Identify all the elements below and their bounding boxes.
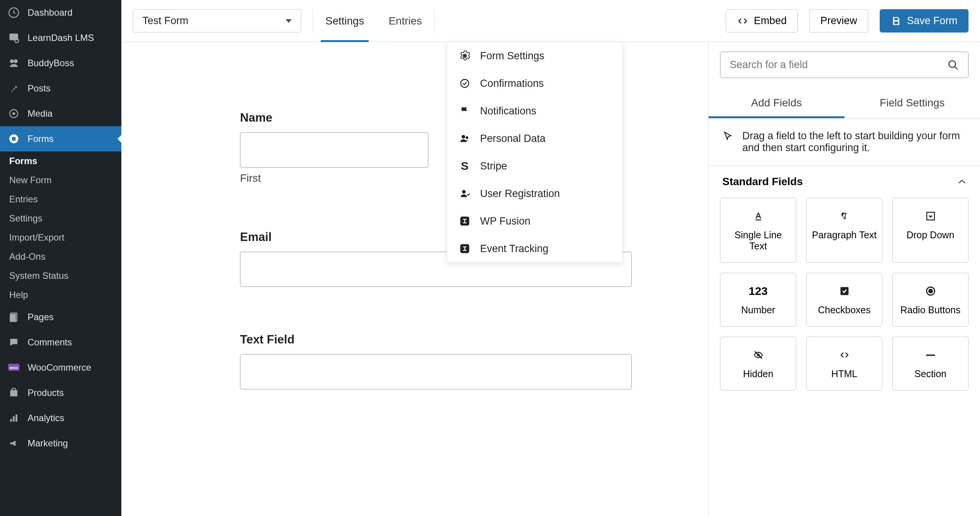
- sidebar-item-analytics[interactable]: Analytics: [0, 405, 121, 431]
- dropdown-item-label: Confirmations: [480, 78, 544, 90]
- dropdown-item-label: Personal Data: [480, 133, 546, 145]
- panel-tab-field-settings[interactable]: Field Settings: [844, 88, 980, 118]
- svg-rect-10: [10, 314, 16, 322]
- field-card-label: Section: [915, 368, 946, 379]
- standard-fields-header[interactable]: Standard Fields: [709, 166, 980, 198]
- gear-icon: [459, 50, 471, 62]
- form-selector[interactable]: Test Form: [133, 9, 301, 33]
- dropdown-item-label: Notifications: [480, 105, 536, 117]
- dropdown-user-registration[interactable]: User Registration: [447, 180, 622, 207]
- field-search[interactable]: [720, 52, 969, 78]
- field-card-label: Paragraph Text: [812, 230, 877, 241]
- field-single-line-text[interactable]: Single Line Text: [720, 198, 796, 263]
- field-card-label: Radio Buttons: [900, 304, 960, 316]
- submenu-add-ons[interactable]: Add-Ons: [0, 247, 121, 266]
- dropdown-stripe[interactable]: S Stripe: [447, 152, 622, 180]
- wpfusion-icon: [459, 215, 471, 227]
- submenu-new-form[interactable]: New Form: [0, 171, 121, 190]
- drag-hint: Drag a field to the left to start buildi…: [709, 119, 980, 166]
- sidebar-item-woocommerce[interactable]: woo WooCommerce: [0, 355, 121, 380]
- svg-point-4: [14, 59, 18, 63]
- sidebar-item-label: Comments: [28, 337, 72, 348]
- embed-button[interactable]: Embed: [726, 9, 798, 33]
- html-icon: [838, 348, 851, 362]
- first-name-input[interactable]: [240, 132, 428, 168]
- settings-dropdown: Form Settings Confirmations Notification…: [447, 42, 623, 263]
- panel-tab-add-fields[interactable]: Add Fields: [709, 88, 844, 118]
- sidebar-item-media[interactable]: Media: [0, 101, 121, 126]
- dropdown-notifications[interactable]: Notifications: [447, 97, 622, 125]
- field-number[interactable]: 123 Number: [720, 273, 796, 327]
- svg-rect-15: [10, 419, 12, 422]
- field-checkboxes[interactable]: Checkboxes: [806, 273, 882, 327]
- learndash-icon: [7, 31, 21, 45]
- dropdown-confirmations[interactable]: Confirmations: [447, 70, 622, 97]
- content-row: Form Settings Confirmations Notification…: [121, 42, 980, 516]
- sidebar-item-label: Forms: [28, 133, 54, 144]
- submenu-settings[interactable]: Settings: [0, 209, 121, 228]
- text-field[interactable]: Text Field: [240, 333, 632, 389]
- gauge-icon: [7, 6, 21, 20]
- field-card-label: HTML: [831, 368, 857, 379]
- dropdown-personal-data[interactable]: Personal Data: [447, 125, 622, 152]
- dropdown-form-settings[interactable]: Form Settings: [447, 42, 622, 70]
- submenu-system-status[interactable]: System Status: [0, 266, 121, 285]
- svg-rect-14: [12, 388, 15, 391]
- sidebar-item-products[interactable]: Products: [0, 380, 121, 405]
- tab-settings[interactable]: Settings: [313, 9, 376, 33]
- section-title: Standard Fields: [722, 176, 803, 188]
- submenu-forms[interactable]: Forms: [0, 151, 121, 171]
- first-sublabel: First: [240, 172, 428, 184]
- text-input[interactable]: [240, 354, 632, 389]
- chevron-down-icon: [286, 19, 292, 23]
- preview-button[interactable]: Preview: [809, 9, 868, 33]
- svg-rect-8: [12, 137, 15, 140]
- form-canvas: Form Settings Confirmations Notification…: [121, 42, 708, 516]
- submenu-help[interactable]: Help: [0, 285, 121, 304]
- save-form-button[interactable]: Save Form: [880, 9, 969, 33]
- search-icon: [947, 59, 959, 71]
- svg-point-19: [461, 80, 469, 88]
- sidebar-item-label: Products: [28, 387, 64, 398]
- svg-rect-31: [926, 355, 935, 356]
- number-icon: 123: [748, 284, 768, 298]
- sidebar-item-forms[interactable]: Forms: [0, 126, 121, 151]
- paragraph-icon: [840, 209, 849, 223]
- sidebar-item-posts[interactable]: Posts: [0, 76, 121, 101]
- search-input[interactable]: [730, 59, 941, 71]
- field-html[interactable]: HTML: [806, 337, 882, 391]
- text-field-label: Text Field: [240, 333, 632, 347]
- dropdown-wp-fusion[interactable]: WP Fusion: [447, 207, 622, 235]
- sidebar-item-learndash[interactable]: LearnDash LMS: [0, 25, 121, 50]
- megaphone-icon: [7, 436, 21, 450]
- media-icon: [7, 107, 21, 120]
- sidebar-item-comments[interactable]: Comments: [0, 330, 121, 355]
- sidebar-item-buddyboss[interactable]: BuddyBoss: [0, 50, 121, 76]
- svg-point-18: [464, 55, 466, 57]
- svg-rect-17: [16, 415, 18, 422]
- field-radio-buttons[interactable]: Radio Buttons: [892, 273, 969, 327]
- sidebar-item-dashboard[interactable]: Dashboard: [0, 0, 121, 25]
- tab-entries[interactable]: Entries: [376, 9, 434, 33]
- sidebar-item-label: WooCommerce: [28, 362, 91, 373]
- cursor-icon: [722, 130, 733, 142]
- radio-icon: [925, 284, 936, 298]
- embed-button-label: Embed: [754, 15, 787, 27]
- sidebar-item-pages[interactable]: Pages: [0, 304, 121, 330]
- field-paragraph-text[interactable]: Paragraph Text: [806, 198, 882, 263]
- section-icon: [925, 348, 936, 362]
- svg-point-29: [929, 289, 932, 293]
- save-button-label: Save Form: [907, 15, 957, 27]
- sidebar-item-marketing[interactable]: Marketing: [0, 431, 121, 456]
- submenu-import-export[interactable]: Import/Export: [0, 228, 121, 247]
- field-drop-down[interactable]: Drop Down: [892, 198, 969, 263]
- submenu-entries[interactable]: Entries: [0, 190, 121, 209]
- field-section[interactable]: Section: [892, 337, 969, 391]
- check-circle-icon: [459, 77, 471, 90]
- dropdown-event-tracking[interactable]: Event Tracking: [447, 235, 622, 262]
- svg-text:woo: woo: [9, 365, 18, 370]
- pin-icon: [7, 81, 21, 95]
- field-hidden[interactable]: Hidden: [720, 337, 796, 391]
- wp-admin-sidebar: Dashboard LearnDash LMS BuddyBoss Posts …: [0, 0, 121, 516]
- text-icon: [753, 209, 764, 223]
